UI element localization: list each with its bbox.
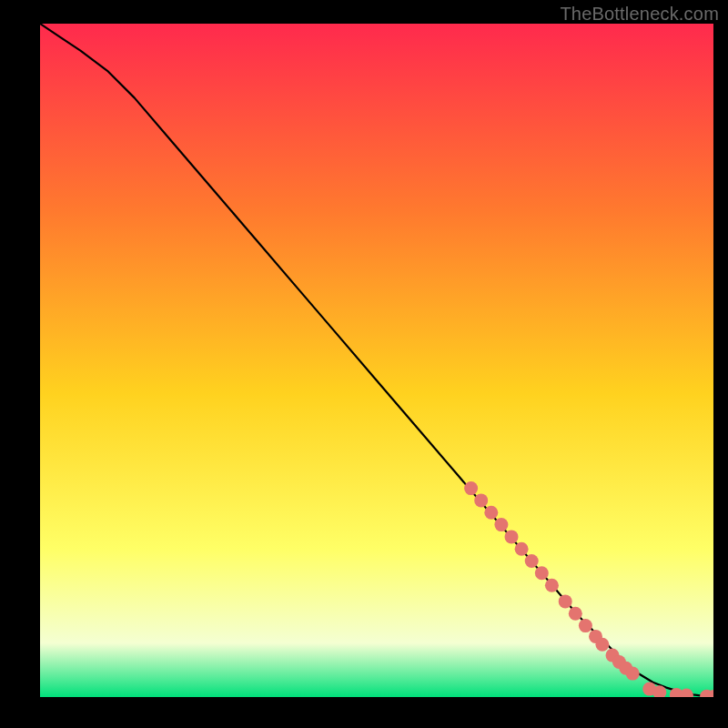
data-dot	[464, 481, 478, 495]
plot-area	[40, 24, 713, 697]
chart-frame: TheBottleneck.com	[0, 0, 728, 728]
data-dot	[569, 607, 582, 621]
gradient-background	[40, 24, 713, 697]
data-dot	[535, 566, 549, 580]
watermark-text: TheBottleneck.com	[560, 4, 719, 25]
data-dot	[505, 530, 519, 543]
chart-svg	[40, 24, 713, 697]
data-dot	[559, 594, 572, 608]
data-dot	[595, 638, 609, 652]
data-dot	[545, 579, 559, 592]
data-dot	[626, 667, 640, 681]
data-dot	[494, 518, 508, 531]
data-dot	[525, 554, 539, 568]
data-dot	[484, 506, 498, 520]
data-dot	[579, 619, 592, 632]
data-dot	[515, 542, 529, 556]
data-dot	[474, 493, 488, 507]
